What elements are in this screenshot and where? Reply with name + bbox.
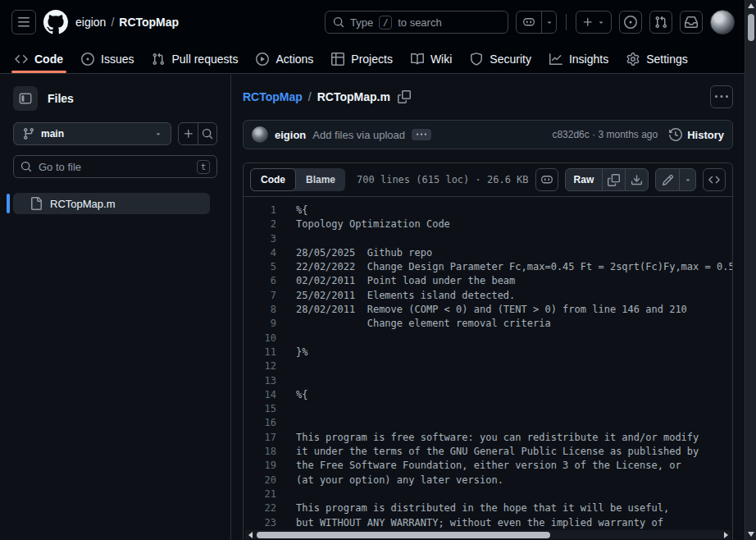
scroll-down-arrow[interactable]	[748, 532, 754, 537]
line-number[interactable]: 19	[244, 459, 276, 473]
history-button[interactable]: History	[669, 128, 724, 141]
horizontal-scrollbar[interactable]	[245, 530, 731, 539]
line-number[interactable]: 3	[244, 232, 276, 246]
symbols-panel-button[interactable]	[703, 168, 726, 191]
hamburger-menu-button[interactable]	[11, 10, 36, 34]
active-tab-underline	[11, 71, 66, 73]
code-icon	[15, 53, 28, 66]
horizontal-scroll-track[interactable]	[255, 532, 721, 538]
tab-actions[interactable]: Actions	[248, 44, 321, 73]
go-to-file-input[interactable]: Go to file t	[13, 155, 217, 178]
create-new-button[interactable]	[576, 11, 612, 34]
line-number[interactable]: 10	[244, 332, 276, 346]
your-pull-requests-button[interactable]	[649, 11, 672, 34]
commit-hash-and-time[interactable]: c832d6c · 3 months ago	[552, 129, 658, 140]
tab-projects[interactable]: Projects	[323, 44, 401, 73]
collapse-file-tree-button[interactable]	[13, 86, 38, 111]
line-number[interactable]: 17	[244, 431, 276, 445]
line-number[interactable]: 12	[244, 359, 276, 373]
chevron-down-icon	[597, 18, 605, 26]
tab-label: Security	[490, 53, 531, 66]
line-number[interactable]: 18	[244, 445, 276, 459]
github-logo-icon[interactable]	[43, 10, 68, 34]
line-text: 02/02/2011 Point load under the beam	[296, 274, 515, 288]
line-number[interactable]: 13	[244, 374, 276, 388]
tab-pull-requests[interactable]: Pull requests	[143, 44, 246, 73]
your-issues-button[interactable]	[619, 11, 642, 34]
triangle-right-icon	[724, 532, 728, 538]
download-button[interactable]	[625, 169, 648, 190]
tab-settings[interactable]: Settings	[618, 44, 696, 73]
breadcrumb: RCTopMap / RCTopMap.m	[243, 85, 733, 108]
line-number[interactable]: 21	[244, 487, 276, 501]
file-view: RCTopMap / RCTopMap.m eigion Add files v…	[231, 74, 745, 540]
commit-description-toggle[interactable]	[412, 129, 431, 140]
copilot-file-button[interactable]	[535, 168, 558, 191]
git-pull-request-icon	[152, 53, 165, 66]
line-number[interactable]: 7	[244, 289, 276, 303]
vertical-scroll-thumb[interactable]	[748, 14, 754, 41]
commit-message-link[interactable]: Add files via upload	[312, 129, 405, 141]
scroll-up-arrow[interactable]	[748, 3, 754, 8]
repo-owner-link[interactable]: eigion	[75, 16, 106, 29]
copilot-dropdown-button[interactable]	[541, 11, 556, 33]
slash-key-badge: /	[379, 16, 392, 30]
line-number[interactable]: 4	[244, 246, 276, 260]
vertical-scrollbar[interactable]	[745, 0, 756, 540]
tab-label: Issues	[101, 53, 134, 66]
tab-code[interactable]: Code	[7, 44, 71, 73]
breadcrumb-repo-link[interactable]: RCTopMap	[243, 90, 303, 103]
code-line: 522/02/2022 Change Design Parameter Fc,m…	[244, 260, 732, 274]
tab-security[interactable]: Security	[462, 44, 540, 73]
edit-file-button[interactable]	[656, 169, 679, 190]
horizontal-scroll-thumb[interactable]	[257, 532, 550, 538]
line-number[interactable]: 5	[244, 260, 276, 274]
line-number[interactable]: 22	[244, 501, 276, 515]
tab-code-view[interactable]: Code	[250, 168, 296, 191]
user-avatar[interactable]	[710, 10, 735, 34]
line-number[interactable]: 6	[244, 274, 276, 288]
copy-path-icon[interactable]	[398, 90, 411, 103]
side-panel-icon	[19, 92, 32, 105]
inbox-button[interactable]	[680, 11, 703, 34]
shield-icon	[470, 53, 483, 66]
code-line: 428/05/2025 Github repo	[244, 246, 732, 260]
copilot-button[interactable]	[517, 11, 541, 33]
tab-insights[interactable]: Insights	[541, 44, 617, 73]
search-tree-button[interactable]	[198, 123, 216, 144]
tab-label: Actions	[276, 53, 313, 66]
line-number[interactable]: 1	[244, 204, 276, 217]
commit-author-avatar[interactable]	[252, 126, 268, 143]
commit-hash[interactable]: c832d6c	[552, 129, 589, 140]
line-number[interactable]: 15	[244, 402, 276, 416]
line-number[interactable]: 14	[244, 388, 276, 402]
git-branch-icon	[22, 127, 35, 140]
tab-blame-view[interactable]: Blame	[296, 168, 345, 191]
line-number[interactable]: 2	[244, 217, 276, 231]
line-number[interactable]: 11	[244, 346, 276, 359]
new-file-button[interactable]	[179, 123, 198, 144]
tab-issues[interactable]: Issues	[73, 44, 142, 73]
line-number[interactable]: 16	[244, 416, 276, 430]
tab-wiki[interactable]: Wiki	[403, 44, 460, 73]
tree-item-selected[interactable]: RCTopMap.m	[13, 193, 210, 214]
repo-name-link[interactable]: RCTopMap	[119, 16, 179, 29]
copy-file-button[interactable]	[602, 169, 625, 190]
code-line: 828/02/2011 Remove (COMP < 0) and (TENT …	[244, 303, 732, 317]
line-number[interactable]: 9	[244, 317, 276, 331]
commit-author[interactable]: eigion	[275, 129, 306, 141]
edit-dropdown-button[interactable]	[679, 169, 695, 190]
file-action-buttons: Raw	[535, 168, 726, 191]
line-number[interactable]: 8	[244, 303, 276, 317]
scroll-left-arrow[interactable]	[245, 532, 255, 538]
scroll-right-arrow[interactable]	[721, 532, 731, 538]
raw-button[interactable]: Raw	[566, 169, 603, 190]
branch-selector[interactable]: main	[13, 122, 171, 145]
code-line: 3	[244, 232, 732, 246]
line-number[interactable]: 23	[244, 516, 276, 530]
tree-action-group	[178, 122, 217, 145]
line-number[interactable]: 20	[244, 474, 276, 487]
search-placeholder-suffix: to search	[398, 16, 441, 29]
global-search-input[interactable]: Type / to search	[325, 11, 508, 34]
more-options-button[interactable]	[710, 85, 733, 108]
